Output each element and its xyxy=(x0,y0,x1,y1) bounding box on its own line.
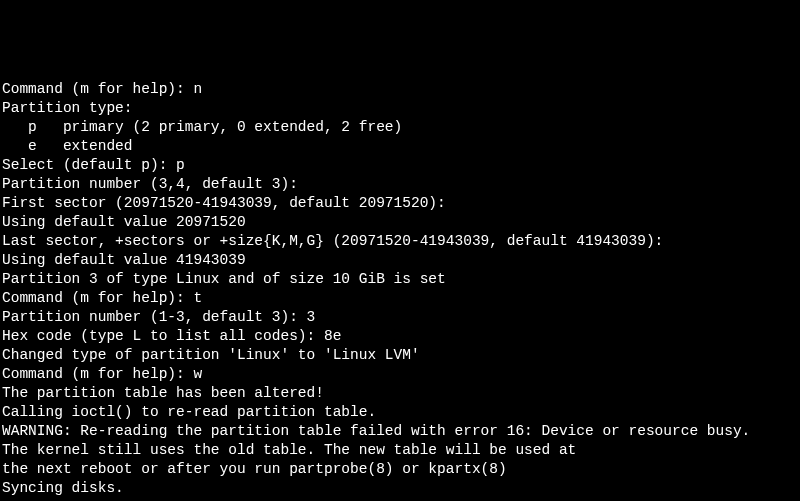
output-line: Select (default p): p xyxy=(2,156,798,175)
output-line: p primary (2 primary, 0 extended, 2 free… xyxy=(2,118,798,137)
output-line: Command (m for help): n xyxy=(2,80,798,99)
output-line: Partition 3 of type Linux and of size 10… xyxy=(2,270,798,289)
terminal-output: Command (m for help): nPartition type: p… xyxy=(2,80,798,498)
output-line: First sector (20971520-41943039, default… xyxy=(2,194,798,213)
output-line: Using default value 20971520 xyxy=(2,213,798,232)
output-line: the next reboot or after you run partpro… xyxy=(2,460,798,479)
output-line: Partition number (3,4, default 3): xyxy=(2,175,798,194)
output-line: Command (m for help): w xyxy=(2,365,798,384)
output-line: Using default value 41943039 xyxy=(2,251,798,270)
output-line: The partition table has been altered! xyxy=(2,384,798,403)
output-line: Command (m for help): t xyxy=(2,289,798,308)
output-line: Syncing disks. xyxy=(2,479,798,498)
output-line: Last sector, +sectors or +size{K,M,G} (2… xyxy=(2,232,798,251)
output-line: Partition number (1-3, default 3): 3 xyxy=(2,308,798,327)
output-line: Changed type of partition 'Linux' to 'Li… xyxy=(2,346,798,365)
output-line: Calling ioctl() to re-read partition tab… xyxy=(2,403,798,422)
output-line: The kernel still uses the old table. The… xyxy=(2,441,798,460)
output-line: e extended xyxy=(2,137,798,156)
output-line: Hex code (type L to list all codes): 8e xyxy=(2,327,798,346)
output-line: WARNING: Re-reading the partition table … xyxy=(2,422,798,441)
output-line: Partition type: xyxy=(2,99,798,118)
